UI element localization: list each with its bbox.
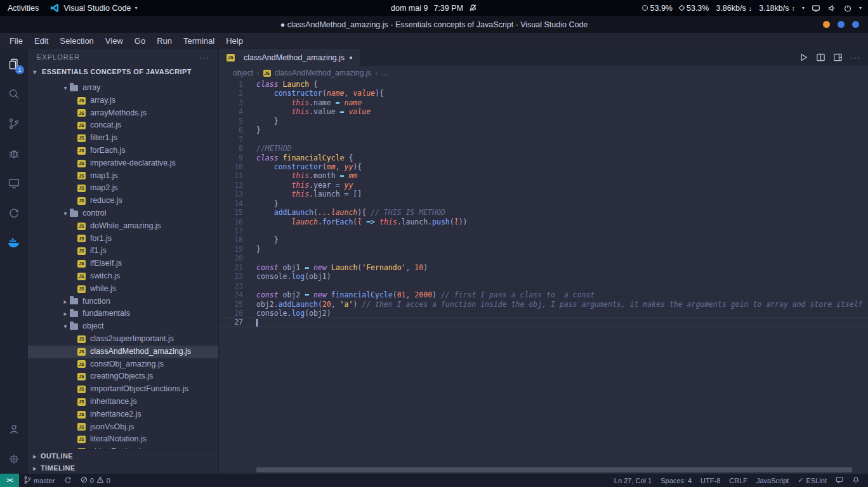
clock-area[interactable]: dom mai 9 7:39 PM: [391, 4, 477, 13]
timeline-panel-header[interactable]: ▸ TIMELINE: [28, 462, 218, 474]
system-indicators[interactable]: 53.9% 53.3% 3.86kb/s↓ 3.18kb/s↑ ▾ ▾: [642, 4, 868, 13]
menu-view[interactable]: View: [100, 33, 129, 49]
code-line-12[interactable]: 12 this.year = yy: [219, 181, 868, 190]
menu-run[interactable]: Run: [151, 33, 178, 49]
code-line-18[interactable]: 18 }: [219, 235, 868, 244]
file-ifElseIf.js[interactable]: JSifElseIf.js: [28, 257, 218, 270]
file-jsonVsObj.js[interactable]: JSjsonVsObj.js: [28, 421, 218, 434]
file-for1.js[interactable]: JSfor1.js: [28, 233, 218, 245]
code-line-17[interactable]: 17: [219, 226, 868, 235]
outline-panel-header[interactable]: ▸ OUTLINE: [28, 450, 218, 462]
run-file-button[interactable]: [799, 53, 808, 62]
breadcrumb-symbol[interactable]: …: [381, 68, 389, 77]
language-mode[interactable]: JavaScript: [752, 474, 793, 487]
file-concat.js[interactable]: JSconcat.js: [28, 119, 218, 132]
folder-fundamentals[interactable]: ▸fundamentals: [28, 308, 218, 320]
menu-selection[interactable]: Selection: [54, 33, 99, 49]
code-line-5[interactable]: 5 }: [219, 117, 868, 126]
file-class2superImportant.js[interactable]: JSclass2superImportant.js: [28, 333, 218, 346]
code-line-21[interactable]: 21const obj1 = new Launch('Fernando', 10…: [219, 263, 868, 272]
maximize-button[interactable]: [838, 21, 845, 28]
layout-icon[interactable]: [833, 53, 843, 62]
file-array.js[interactable]: JSarray.js: [28, 94, 218, 107]
file-objectReview.js[interactable]: JSobjectReview.js: [28, 446, 218, 449]
code-line-6[interactable]: 6}: [219, 126, 868, 134]
sync-indicator[interactable]: [60, 474, 76, 487]
sync-circle-icon[interactable]: [0, 198, 28, 228]
code-line-7[interactable]: 7: [219, 135, 868, 144]
notifications-bell-icon[interactable]: [848, 474, 864, 487]
folder-function[interactable]: ▸function: [28, 295, 218, 308]
folder-array[interactable]: ▾array: [28, 82, 218, 94]
cursor-position[interactable]: Ln 27, Col 1: [610, 474, 656, 487]
code-line-13[interactable]: 13 this.launch = []: [219, 190, 868, 198]
file-literalNotation.js[interactable]: JSliteralNotation.js: [28, 433, 218, 446]
breadcrumb-file[interactable]: classAndMethod_amazing.js: [275, 68, 372, 77]
file-if1.js[interactable]: JSif1.js: [28, 245, 218, 257]
file-forEach.js[interactable]: JSforEach.js: [28, 145, 218, 157]
run-debug-icon[interactable]: [0, 138, 28, 168]
code-line-9[interactable]: 9class financialCycle {: [219, 153, 868, 162]
file-imperative-declarative.js[interactable]: JSimperative-declarative.js: [28, 157, 218, 170]
code-line-24[interactable]: 24const obj2 = new financialCycle(01, 20…: [219, 290, 868, 299]
code-editor[interactable]: 1class Launch {2 constructor(name, value…: [219, 80, 868, 466]
source-control-icon[interactable]: [0, 108, 28, 138]
eslint-status[interactable]: ✓ ESLint: [793, 474, 831, 487]
code-line-11[interactable]: 11 this.month = mm: [219, 171, 868, 180]
docker-icon[interactable]: [0, 228, 28, 257]
code-line-23[interactable]: 23: [219, 282, 868, 290]
menu-edit[interactable]: Edit: [29, 33, 54, 49]
code-line-4[interactable]: 4 this.value = value: [219, 107, 868, 116]
menu-terminal[interactable]: Terminal: [178, 33, 220, 49]
code-line-14[interactable]: 14 }: [219, 199, 868, 208]
file-classAndMethod_amazing.js[interactable]: JSclassAndMethod_amazing.js: [28, 346, 218, 358]
code-line-16[interactable]: 16 launch.forEach(l => this.launch.push(…: [219, 218, 868, 226]
indentation-setting[interactable]: Spaces: 4: [656, 474, 696, 487]
code-line-3[interactable]: 3 this.name = name: [219, 98, 868, 107]
close-button[interactable]: [852, 21, 859, 28]
menu-file[interactable]: File: [4, 33, 29, 49]
file-switch.js[interactable]: JSswitch.js: [28, 270, 218, 283]
file-map1.js[interactable]: JSmap1.js: [28, 170, 218, 183]
code-line-19[interactable]: 19}: [219, 245, 868, 254]
code-line-22[interactable]: 22console.log(obj1): [219, 272, 868, 281]
code-line-2[interactable]: 2 constructor(name, value){: [219, 89, 868, 98]
encoding-setting[interactable]: UTF-8: [696, 474, 725, 487]
workspace-section-header[interactable]: ▾ ESSENTIALS CONCEPTS OF JAVASCRIPT: [28, 65, 218, 78]
menu-go[interactable]: Go: [129, 33, 151, 49]
remote-indicator[interactable]: ><: [0, 474, 19, 487]
file-importantObjectFunctions.js[interactable]: JSimportantObjectFunctions.js: [28, 383, 218, 396]
activities-button[interactable]: Activities: [8, 4, 39, 13]
code-line-1[interactable]: 1class Launch {: [219, 80, 868, 89]
file-creatingObjects.js[interactable]: JScreatingObjects.js: [28, 370, 218, 383]
explorer-view-icon[interactable]: 1: [0, 49, 28, 79]
file-inheritance.js[interactable]: JSinheritance.js: [28, 396, 218, 408]
accounts-icon[interactable]: [0, 414, 28, 444]
file-constObj_amazing.js[interactable]: JSconstObj_amazing.js: [28, 358, 218, 371]
code-line-27[interactable]: 27: [219, 318, 868, 327]
app-menu[interactable]: Visual Studio Code ▾: [50, 3, 137, 13]
menu-help[interactable]: Help: [220, 33, 249, 49]
explorer-more-actions-icon[interactable]: ···: [199, 53, 209, 62]
horizontal-scrollbar[interactable]: [256, 467, 852, 472]
folder-object[interactable]: ▾object: [28, 320, 218, 333]
modified-dot-icon[interactable]: ●: [349, 55, 352, 61]
file-filter1.js[interactable]: JSfilter1.js: [28, 132, 218, 145]
eol-setting[interactable]: CRLF: [725, 474, 752, 487]
folder-control[interactable]: ▾control: [28, 207, 218, 220]
code-line-10[interactable]: 10 constructor(mm, yy){: [219, 162, 868, 171]
breadcrumb-folder[interactable]: object: [233, 68, 253, 77]
code-line-8[interactable]: 8//METHOD: [219, 144, 868, 153]
file-while.js[interactable]: JSwhile.js: [28, 283, 218, 295]
file-map2.js[interactable]: JSmap2.js: [28, 182, 218, 195]
feedback-icon[interactable]: [831, 474, 848, 487]
file-arrayMethods.js[interactable]: JSarrayMethods.js: [28, 107, 218, 120]
minimize-button[interactable]: [823, 21, 830, 28]
branch-indicator[interactable]: master: [19, 474, 60, 487]
more-actions-icon[interactable]: ···: [850, 53, 860, 62]
remote-explorer-icon[interactable]: [0, 168, 28, 198]
file-doWhile_amazing.js[interactable]: JSdoWhile_amazing.js: [28, 220, 218, 233]
split-editor-icon[interactable]: [816, 53, 825, 62]
problems-indicator[interactable]: 0 0: [76, 474, 115, 487]
code-line-15[interactable]: 15 addLaunch(...launch){ // THIS IS METH…: [219, 208, 868, 217]
